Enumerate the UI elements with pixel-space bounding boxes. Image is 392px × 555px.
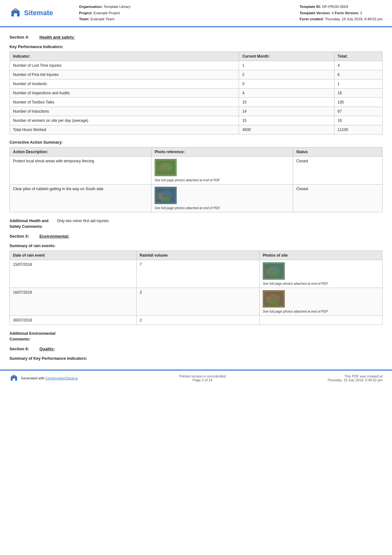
rain-date: 30/07/2018	[10, 315, 137, 325]
corrective-heading: Corrective Action Summary:	[9, 140, 383, 145]
corrective-description: Clear piles of rubbish getting in the wa…	[10, 184, 151, 212]
corrective-table: Action Description: Photo reference: Sta…	[9, 147, 383, 212]
additional-hs-label: Additional Health and Safety Comments:	[9, 218, 57, 229]
org-label: Organisation:	[79, 5, 103, 9]
corrective-status: Closed	[293, 184, 383, 212]
table-cell: 105	[334, 97, 382, 107]
footer-generated-text: Generated with	[21, 376, 45, 380]
corrective-description: Protect local shrub areas with temporary…	[10, 156, 151, 184]
rain-photos	[259, 315, 382, 325]
table-row: 16/07/20183 See full page photos attache…	[10, 288, 383, 315]
rain-table: Date of rain event Rainfall volume Photo…	[9, 251, 383, 325]
photo-caption: See full page photos attached at end of …	[263, 282, 379, 285]
table-cell: 15	[239, 97, 334, 107]
svg-rect-7	[158, 165, 162, 171]
table-cell: Total Hours Worked	[10, 125, 239, 134]
rain-volume: 7	[136, 260, 259, 288]
table-cell: 14	[239, 107, 334, 116]
corrective-photo: See full page photos attached at end of …	[151, 184, 293, 212]
table-cell: 4	[239, 88, 334, 97]
rain-photos: See full page photos attached at end of …	[259, 288, 382, 315]
additional-hs-value: Only two minor first aid injuries.	[57, 218, 110, 229]
svg-rect-12	[158, 193, 162, 199]
rain-volume: 2	[136, 315, 259, 325]
additional-hs-block: Additional Health and Safety Comments: O…	[9, 218, 383, 229]
header-meta-center: Organisation: Template Library Project: …	[79, 4, 300, 22]
footer-uncontrolled: Printed version is uncontrolled	[179, 374, 226, 378]
template-version-label: Template Version:	[300, 11, 331, 15]
svg-rect-25	[13, 378, 15, 381]
svg-rect-2	[14, 13, 17, 16]
team-value: Example Team	[90, 17, 114, 21]
table-cell: 18	[334, 116, 382, 125]
kpi-heading: Key Performance Indicators:	[9, 45, 383, 49]
footer-logo-icon	[9, 374, 18, 383]
rain-heading: Summary of rain events:	[9, 244, 383, 248]
team-label: Team:	[79, 17, 89, 21]
table-cell: 15	[239, 116, 334, 125]
rain-col-photos: Photos of site	[259, 251, 382, 260]
org-value: Template Library	[104, 5, 131, 9]
form-version-label: Form Version:	[335, 11, 359, 15]
section5-title: Environmental:	[40, 234, 70, 239]
kpi-col-current-month: Current Month:	[239, 52, 334, 61]
table-cell: Number of Toolbox Talks	[10, 97, 239, 107]
section4-heading: Section 4: Health and safety:	[9, 35, 383, 40]
table-row: Number of First Aid Injuries26	[10, 70, 383, 79]
table-cell: Number of workers on site per day (avera…	[10, 116, 239, 125]
logo-text: Sitemate	[24, 9, 53, 17]
footer-center: Printed version is uncontrolled Page 2 o…	[179, 374, 226, 382]
template-id-value: DP-PROD-0003	[322, 5, 348, 9]
section4-title: Health and safety:	[40, 35, 75, 40]
rain-date: 15/07/2018	[10, 260, 137, 288]
table-row: Number of Lost Time Injuries14	[10, 61, 383, 70]
table-cell: 67	[334, 107, 382, 116]
photo-caption: See full page photos attached at end of …	[155, 178, 290, 182]
section6-number: Section 6:	[9, 346, 29, 351]
additional-env-block: Additional Environmental Comments:	[9, 331, 383, 342]
section6-title: Quality:	[40, 346, 55, 351]
rain-col-date: Date of rain event	[10, 251, 137, 260]
table-cell: 1	[334, 79, 382, 88]
rain-photos: See full page photos attached at end of …	[259, 260, 382, 288]
svg-rect-17	[266, 269, 271, 275]
table-row: Number of Toolbox Talks15105	[10, 97, 383, 107]
table-cell: 4500	[239, 125, 334, 134]
corrective-col-action: Action Description:	[10, 147, 151, 156]
page-footer: Generated with ConstructionCloud.io Prin…	[0, 370, 392, 386]
table-row: Clear piles of rubbish getting in the wa…	[10, 184, 383, 212]
section6-kpi-heading: Summary of Key Performance Indicators:	[9, 356, 383, 361]
table-cell: Number of Inspections and Audits	[10, 88, 239, 97]
table-cell: 1	[239, 61, 334, 70]
table-cell: 18	[334, 88, 382, 97]
table-row: Number of Inspections and Audits418	[10, 88, 383, 97]
sitemate-logo-icon	[9, 7, 21, 19]
footer-link[interactable]: ConstructionCloud.io	[46, 376, 78, 380]
table-row: 30/07/20182	[10, 315, 383, 325]
table-row: Number of Inductions1467	[10, 107, 383, 116]
table-cell: Number of Lost Time Injuries	[10, 61, 239, 70]
table-cell: 4	[334, 61, 382, 70]
rain-col-volume: Rainfall volume	[136, 251, 259, 260]
table-row: Protect local shrub areas with temporary…	[10, 156, 383, 184]
section5-number: Section 5:	[9, 234, 29, 239]
section6-heading: Section 6: Quality:	[9, 346, 383, 351]
main-content: Section 4: Health and safety: Key Perfor…	[0, 27, 392, 370]
additional-env-label: Additional Environmental Comments:	[9, 331, 57, 342]
kpi-col-indicator: Indicator:	[10, 52, 239, 61]
footer-created-date: Thursday, 19 July 2018, 5:40:02 pm	[327, 378, 383, 382]
form-created-label: Form created:	[300, 17, 324, 21]
kpi-table: Indicator: Current Month: Total: Number …	[9, 52, 383, 134]
corrective-photo: See full page photos attached at end of …	[151, 156, 293, 184]
footer-left: Generated with ConstructionCloud.io	[9, 374, 78, 383]
page-header: Sitemate Organisation: Template Library …	[0, 0, 392, 27]
kpi-col-total: Total:	[334, 52, 382, 61]
table-row: Number of Incidents01	[10, 79, 383, 88]
section5-heading: Section 5: Environmental:	[9, 234, 383, 239]
table-cell: Number of Incidents	[10, 79, 239, 88]
table-cell: 6	[334, 70, 382, 79]
form-created-value: Thursday, 19 July 2018, 4:48:02 pm	[325, 17, 383, 21]
footer-page: Page 2 of 14	[179, 378, 226, 382]
svg-rect-22	[266, 296, 271, 303]
corrective-col-status: Status	[293, 147, 383, 156]
